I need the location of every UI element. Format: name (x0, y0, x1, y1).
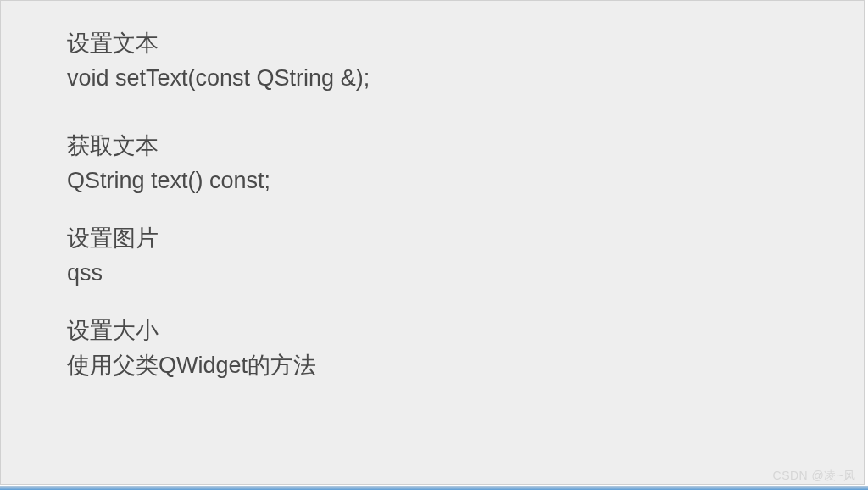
section-body: QString text() const; (67, 164, 370, 198)
bottom-accent-border (0, 486, 868, 490)
section-set-image: 设置图片 qss (67, 221, 370, 290)
section-body: qss (67, 256, 370, 291)
section-title: 获取文本 (67, 129, 370, 164)
section-set-size: 设置大小 使用父类QWidget的方法 (67, 314, 370, 382)
document-frame: 设置文本 void setText(const QString &); 获取文本… (0, 0, 865, 485)
section-body: 使用父类QWidget的方法 (67, 348, 370, 383)
section-get-text: 获取文本 QString text() const; (67, 129, 370, 197)
section-title: 设置大小 (67, 314, 370, 348)
document-content: 设置文本 void setText(const QString &); 获取文本… (67, 26, 370, 382)
section-title: 设置文本 (67, 26, 370, 61)
section-title: 设置图片 (67, 221, 370, 256)
watermark-text: CSDN @凌~风 (773, 469, 856, 484)
section-body: void setText(const QString &); (67, 61, 370, 96)
section-set-text: 设置文本 void setText(const QString &); (67, 26, 370, 95)
